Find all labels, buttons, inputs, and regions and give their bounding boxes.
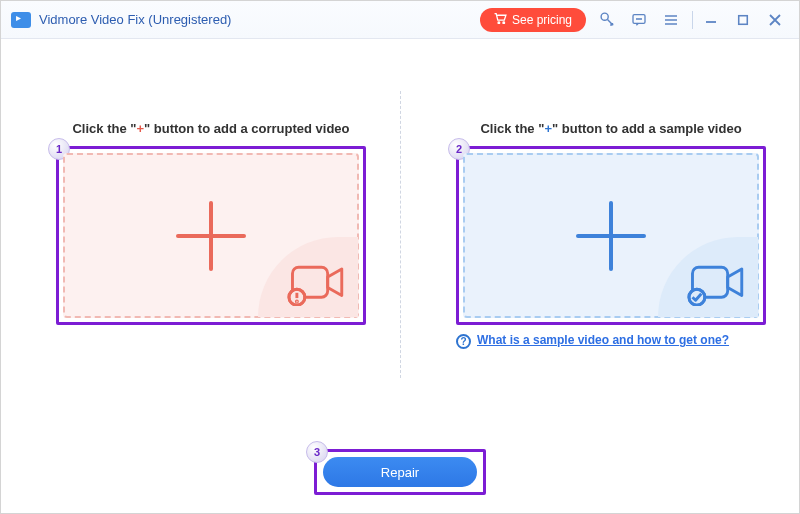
plus-glyph-red: + <box>136 121 144 136</box>
repair-section: 3 Repair <box>314 449 486 495</box>
svg-point-4 <box>637 18 638 19</box>
corrupted-video-panel: Click the "+" button to add a corrupted … <box>56 121 366 325</box>
see-pricing-button[interactable]: See pricing <box>480 8 586 32</box>
see-pricing-label: See pricing <box>512 13 572 27</box>
close-button[interactable] <box>761 9 789 31</box>
svg-rect-7 <box>739 15 748 24</box>
plus-icon <box>176 201 246 271</box>
what-is-sample-link[interactable]: What is a sample video and how to get on… <box>477 333 729 349</box>
repair-button[interactable]: Repair <box>323 457 477 487</box>
step-badge-3: 3 <box>306 441 328 463</box>
main-content: Click the "+" button to add a corrupted … <box>1 39 799 513</box>
corrupted-step-outline: 1 <box>56 146 366 325</box>
feedback-icon[interactable] <box>628 9 650 31</box>
plus-icon <box>576 201 646 271</box>
camera-check-icon <box>687 262 749 310</box>
svg-point-12 <box>296 301 297 302</box>
sample-help-row: ? What is a sample video and how to get … <box>456 333 766 349</box>
camera-error-icon <box>287 262 349 310</box>
svg-point-0 <box>498 22 500 24</box>
repair-step-outline: 3 Repair <box>314 449 486 495</box>
svg-point-6 <box>641 18 642 19</box>
corrupted-heading: Click the "+" button to add a corrupted … <box>56 121 366 136</box>
vertical-divider <box>400 91 401 378</box>
title-bar: Vidmore Video Fix (Unregistered) See pri… <box>1 1 799 39</box>
sample-video-panel: Click the "+" button to add a sample vid… <box>456 121 766 349</box>
add-corrupted-video-dropzone[interactable] <box>63 153 359 318</box>
svg-point-1 <box>503 22 505 24</box>
help-icon: ? <box>456 334 471 349</box>
minimize-button[interactable] <box>697 9 725 31</box>
add-sample-video-dropzone[interactable] <box>463 153 759 318</box>
menu-icon[interactable] <box>660 9 682 31</box>
cart-icon <box>494 13 507 27</box>
svg-point-2 <box>601 13 608 20</box>
app-title: Vidmore Video Fix (Unregistered) <box>39 12 231 27</box>
maximize-button[interactable] <box>729 9 757 31</box>
sample-heading: Click the "+" button to add a sample vid… <box>456 121 766 136</box>
app-logo-icon <box>11 12 31 28</box>
sample-step-outline: 2 <box>456 146 766 325</box>
app-window: Vidmore Video Fix (Unregistered) See pri… <box>0 0 800 514</box>
svg-point-5 <box>639 18 640 19</box>
plus-glyph-blue: + <box>544 121 552 136</box>
register-key-icon[interactable] <box>596 9 618 31</box>
titlebar-separator <box>692 11 693 29</box>
